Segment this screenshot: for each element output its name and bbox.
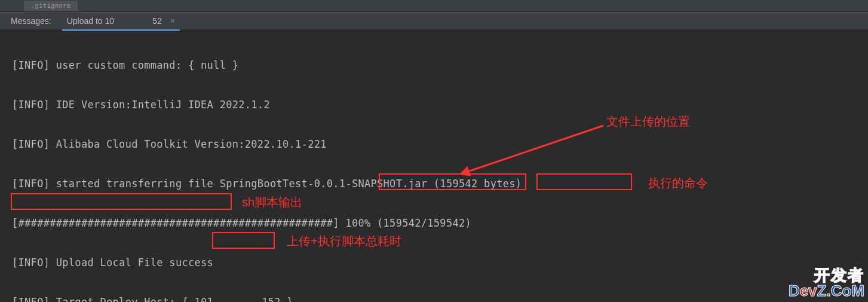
- ip-mask: [220, 298, 256, 302]
- log-line: [INFO] Upload Local File success: [12, 253, 856, 273]
- log-line: [INFO] started transferring file SpringB…: [12, 174, 856, 194]
- log-line: [INFO] Target Deploy Host: { 101..152 }: [12, 292, 856, 302]
- messages-label: Messages:: [11, 16, 51, 26]
- console-output: [INFO] user custom command: { null } [IN…: [0, 30, 868, 302]
- annot-text-total-time: 上传+执行脚本总耗时: [287, 233, 401, 249]
- log-line: [INFO] IDE Version:IntelliJ IDEA 2022.1.…: [12, 95, 856, 115]
- annot-text-upload-location: 文件上传的位置: [606, 114, 690, 130]
- watermark: 开发者 DevZ.CoM: [789, 267, 864, 298]
- log-line: [INFO] user custom command: { null }: [12, 56, 856, 75]
- upload-tab-text-pre: Upload to 10: [67, 16, 114, 26]
- close-icon[interactable]: ×: [170, 16, 175, 26]
- file-tab[interactable]: .gitignore: [24, 1, 78, 11]
- ip-mask: [119, 17, 148, 25]
- upload-tab[interactable]: Upload to 1052 ×: [62, 14, 180, 28]
- annot-text-exec-cmd: 执行的命令: [648, 175, 708, 191]
- messages-bar: Messages: Upload to 1052 ×: [0, 12, 868, 30]
- watermark-line2: DevZ.CoM: [789, 283, 864, 298]
- upload-tab-text-post: 52: [152, 16, 162, 26]
- log-line: [INFO] Alibaba Cloud Toolkit Version:202…: [12, 135, 856, 154]
- annot-text-sh-output: sh脚本输出: [242, 194, 302, 211]
- editor-tab-bar: .gitignore: [0, 0, 868, 12]
- watermark-line1: 开发者: [789, 267, 864, 283]
- log-line: [#######################################…: [12, 213, 856, 233]
